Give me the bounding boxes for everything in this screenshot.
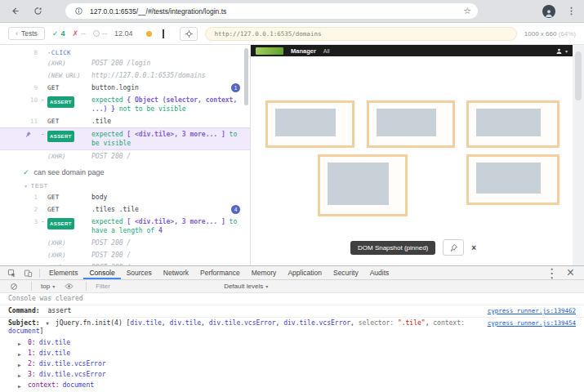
- xhr-event-row[interactable]: (XHR) POST 200 /login: [0, 57, 250, 69]
- device-toolbar-icon[interactable]: [20, 267, 36, 279]
- aut-scrollbar[interactable]: [573, 45, 584, 265]
- devtools-menu-icon[interactable]: ⋮: [546, 265, 559, 281]
- caret-down-icon: ▾: [265, 283, 268, 289]
- bookmark-star-icon[interactable]: ☆: [463, 7, 471, 16]
- devtools-tab-application[interactable]: Application: [282, 266, 328, 279]
- clear-console-icon[interactable]: [6, 280, 22, 292]
- expand-triangle-icon[interactable]: ▶: [18, 340, 21, 348]
- nav-item-all[interactable]: All: [323, 48, 330, 54]
- execution-context-selector[interactable]: top ▾: [41, 283, 55, 290]
- cypress-reporter: 8 -CLICK (XHR) POST 200 /login (NEW URL)…: [0, 45, 251, 265]
- devtools-tab-sources[interactable]: Sources: [121, 266, 158, 279]
- domain-tile[interactable]: [318, 154, 408, 216]
- domain-tile[interactable]: [466, 154, 559, 205]
- pending-circle-icon: [93, 30, 100, 37]
- property-key: context:: [28, 381, 60, 389]
- expand-triangle-icon[interactable]: ▶: [18, 350, 21, 359]
- console-t ree-row[interactable]: ▶ context:document: [0, 380, 584, 390]
- passed-stat: ✓ 4: [52, 29, 65, 38]
- passed-check-icon: ✓: [52, 29, 59, 38]
- assert-row[interactable]: 10 - ASSERT expected { Object (selector,…: [0, 94, 250, 115]
- command-row-get[interactable]: 1 GET body: [0, 191, 250, 203]
- command-label: Command:: [8, 307, 40, 314]
- reload-icon[interactable]: [31, 5, 44, 18]
- preview-node: div.tile.vcsError: [209, 319, 276, 327]
- console-tree-row[interactable]: ▶ 0:div.tile: [0, 337, 584, 348]
- xhr-event-row[interactable]: (XHR) POST 200 /: [0, 150, 250, 163]
- domain-tile[interactable]: [265, 100, 354, 148]
- source-link[interactable]: cypress_runner.js:139454: [488, 319, 576, 327]
- address-bar[interactable]: 127.0.0.1:6535/__/#/tests/integration/lo…: [65, 3, 478, 19]
- command-name: -CLICK: [47, 48, 71, 57]
- console-tree-row[interactable]: ▶ 1:div.tile: [0, 348, 584, 359]
- xhr-event-row[interactable]: (XHR) POST 200 /: [0, 249, 250, 261]
- command-row-click[interactable]: 8 -CLICK: [0, 47, 250, 57]
- command-row-get[interactable]: 2 GET .tiles .tile 4: [0, 203, 250, 216]
- devtools-tab-console[interactable]: Console: [83, 266, 120, 279]
- aut-scrollbar-thumb[interactable]: [575, 51, 582, 100]
- console-filter-input[interactable]: Filter: [96, 283, 218, 290]
- command-row-get[interactable]: 11 GET .tile: [0, 115, 250, 127]
- passed-test-title[interactable]: ✓ can see domain page: [0, 163, 250, 180]
- devtools-tab-network[interactable]: Network: [158, 266, 194, 279]
- section-label-text: TEST: [31, 183, 48, 189]
- unpin-snapshot-button[interactable]: [443, 239, 464, 256]
- property-value: div.tile: [39, 350, 71, 357]
- devtools-tab-elements[interactable]: Elements: [43, 266, 83, 279]
- expand-triangle-icon[interactable]: ▶: [18, 361, 21, 369]
- xhr-event-row[interactable]: (XHR) POST 200 /: [0, 237, 250, 249]
- console-tree-row[interactable]: ▶ 2:div.tile.vcsError: [0, 359, 584, 369]
- user-menu-caret-icon[interactable]: ▾: [565, 48, 568, 54]
- close-snapshot-icon[interactable]: ×: [471, 243, 476, 252]
- failed-cross-icon: ✗: [72, 29, 78, 38]
- preview-sep: ,: [350, 319, 359, 327]
- source-link[interactable]: cypress_runner.js:139462: [488, 307, 576, 315]
- tests-back-button[interactable]: ‹ Tests: [8, 27, 45, 40]
- site-info-icon[interactable]: [72, 5, 85, 18]
- preview-node: div.tile.vcsError: [283, 319, 350, 327]
- user-icon: [555, 47, 563, 55]
- child-dash: -: [41, 130, 45, 139]
- pin-icon[interactable]: [25, 131, 32, 138]
- devtools-tab-audits[interactable]: Audits: [364, 266, 395, 279]
- console-tree-row[interactable]: ▶ 3:div.tile.vcsError: [0, 369, 584, 380]
- new-url-event-row[interactable]: (NEW URL) http://127.0.0.1:6535/domains: [0, 69, 250, 82]
- profile-avatar[interactable]: [542, 5, 555, 18]
- tile-placeholder: [328, 163, 389, 205]
- aut-url-bar[interactable]: http://127.0.0.1:6535/domains: [205, 27, 516, 41]
- eye-icon[interactable]: [60, 280, 77, 292]
- object-preview-tail: ]: [40, 327, 44, 335]
- test-body-section[interactable]: ▾ TEST: [0, 180, 250, 191]
- text-cursor-icon: [163, 29, 164, 38]
- pending-stat: --: [93, 29, 107, 38]
- crosshair-icon: [185, 29, 194, 38]
- domain-tile[interactable]: [466, 100, 559, 148]
- divider: [39, 269, 40, 278]
- url-text[interactable]: 127.0.0.1:6535/__/#/tests/integration/lo…: [90, 7, 458, 16]
- domain-tile[interactable]: [367, 100, 455, 148]
- app-brand[interactable]: Manager: [291, 47, 316, 55]
- devtools-tab-security[interactable]: Security: [328, 266, 364, 279]
- devtools-close-icon[interactable]: ×: [567, 265, 574, 280]
- back-icon[interactable]: [8, 5, 21, 18]
- assert-row[interactable]: 3 - ASSERT expected [ <div.tile>, 3 more…: [0, 216, 250, 237]
- app-logo[interactable]: [256, 47, 283, 55]
- expand-triangle-icon[interactable]: ▶: [18, 382, 21, 390]
- preview-node: document: [8, 327, 40, 335]
- event-message: POST 200 /login: [91, 60, 150, 67]
- assert-value: 4: [158, 227, 163, 234]
- tile-placeholder: [275, 109, 336, 136]
- log-levels-dropdown[interactable]: Default levels ▾: [224, 283, 268, 290]
- collapse-triangle-icon[interactable]: ▼: [46, 320, 49, 326]
- command-row-get[interactable]: 9 GET button.login 1: [0, 82, 250, 94]
- pinned-assert-row[interactable]: - ASSERT expected [ <div.tile>, 3 more..…: [0, 127, 250, 150]
- event-message: POST 200 /: [91, 239, 131, 247]
- selector-playground-button[interactable]: [180, 27, 198, 41]
- devtools-tab-memory[interactable]: Memory: [246, 266, 283, 279]
- browser-menu-icon[interactable]: ⋮: [567, 6, 576, 16]
- reporter-scrollbar[interactable]: [244, 48, 248, 105]
- expand-triangle-icon[interactable]: ▶: [18, 372, 21, 380]
- inspect-element-icon[interactable]: [3, 267, 20, 279]
- devtools-tab-performance[interactable]: Performance: [194, 266, 246, 279]
- event-message: http://127.0.0.1:6535/domains: [91, 72, 206, 79]
